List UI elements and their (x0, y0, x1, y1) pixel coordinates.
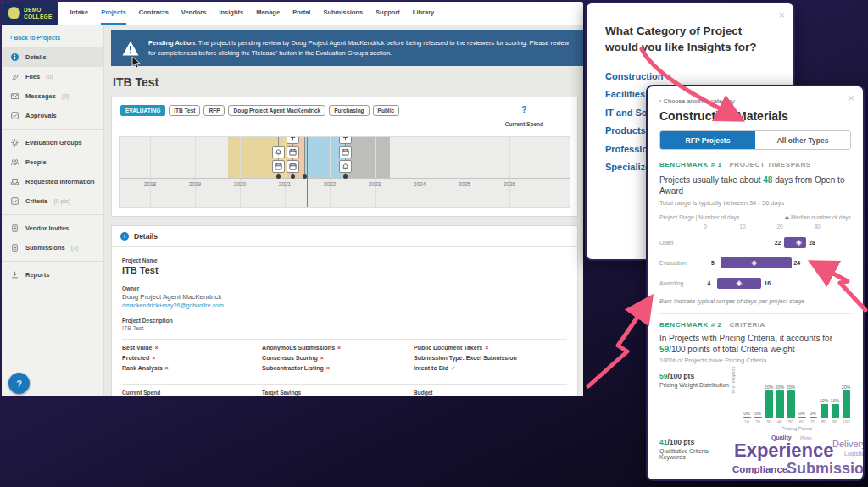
project-timeline-chart[interactable]: 201820192020202120222023202420252026 (119, 136, 570, 208)
range-row-area: 2228◈ (702, 237, 851, 248)
description-value: ITB Test (122, 325, 567, 331)
current-spend-label: Current Spend (505, 121, 543, 127)
category-title: Construction Materials (659, 109, 851, 123)
sidebar-item-vendor-invites[interactable]: Vendor Invites (2, 219, 103, 238)
timeline-gridline (195, 137, 196, 207)
help-question-icon[interactable]: ? (505, 105, 543, 114)
insights-modal-title: What Category of Project would you like … (605, 24, 775, 56)
checksq-icon (10, 111, 19, 120)
timeline-band-award-phase (347, 137, 390, 178)
range-start-value: 5 (711, 260, 715, 266)
benchmark1-headline: Projects usually take about 48 days from… (659, 174, 851, 196)
nav-item-contracts[interactable]: Contracts (139, 2, 169, 25)
arrow-to-benchmark (588, 302, 648, 386)
timeline-year-label: 2021 (274, 181, 296, 187)
nav-item-projects[interactable]: Projects (101, 2, 126, 25)
bar-value-label: 20% (776, 385, 785, 390)
bar (765, 390, 773, 418)
back-to-projects-link[interactable]: ‹ Back to Projects (2, 30, 103, 47)
nav-item-insights[interactable]: Insights (219, 2, 243, 25)
bar-column: 0% (754, 368, 762, 418)
bell-icon[interactable] (272, 146, 285, 158)
calendar-icon[interactable] (287, 146, 299, 158)
sidebar-item-criteria[interactable]: Criteria(0 pts) (2, 191, 103, 211)
bar-tick-label: 70 (809, 419, 817, 424)
x-mark-icon: × (320, 355, 324, 361)
timeline-milestone[interactable] (339, 137, 351, 178)
timeline-gridline (150, 137, 151, 207)
timeline-milestone[interactable] (299, 137, 311, 178)
sidebar-item-details[interactable]: Details (2, 47, 103, 67)
x-mark-icon: × (485, 345, 488, 351)
bell-icon[interactable] (339, 160, 352, 173)
nav-item-vendors[interactable]: Vendors (181, 2, 207, 25)
median-legend-label: Median number of days (791, 214, 851, 220)
nav-item-support[interactable]: Support (376, 2, 400, 25)
range-end-value: 24 (794, 260, 801, 266)
close-icon[interactable]: × (778, 9, 785, 20)
calendar-icon[interactable] (287, 160, 299, 173)
bar-tick-label: 60 (798, 419, 806, 424)
sidebar-item-requested-information[interactable]: Requested Information (2, 172, 103, 191)
timeline-milestone[interactable] (287, 137, 298, 178)
app-window: DEMOCOLLEGE IntakeProjectsContractsVendo… (2, 2, 583, 396)
app-logo[interactable]: DEMOCOLLEGE (2, 2, 58, 25)
sidebar-item-label: Files (25, 73, 40, 80)
nav-item-portal[interactable]: Portal (292, 2, 310, 25)
main-nav: IntakeProjectsContractsVendorsInsightsMa… (58, 2, 435, 25)
range-row-evaluation: Evaluation524◈ (659, 252, 851, 273)
category-link-construction[interactable]: Construction › (605, 71, 775, 81)
top-nav: DEMOCOLLEGE IntakeProjectsContractsVendo… (2, 2, 583, 25)
owner-email-link[interactable]: dmackendrick+may26@gobonfire.com (122, 302, 567, 308)
range-end-value: 16 (764, 280, 771, 286)
close-icon[interactable]: × (848, 92, 854, 103)
range-chart-ticks: 0102030 (705, 224, 851, 232)
sidebar-item-reports[interactable]: Reports (2, 265, 103, 285)
bar-chart-xlabel: Pricing Points (743, 426, 851, 431)
keyword-experience: Experience (734, 441, 833, 460)
nav-item-library[interactable]: Library (413, 2, 434, 25)
detail-flag: Rank Analysis× (122, 365, 252, 371)
bar-tick-label: 80 (820, 419, 828, 424)
pricing-distribution-label: Pricing Weight Distribution (659, 382, 732, 388)
x-mark-icon: × (337, 345, 341, 351)
sidebar-item-people[interactable]: People (2, 152, 103, 172)
x-mark-icon: × (154, 345, 158, 351)
sidebar-item-submissions[interactable]: Submissions(3) (2, 238, 103, 257)
timeline-year-label: 2022 (319, 181, 341, 187)
sidebar-item-messages[interactable]: Messages(0) (2, 86, 103, 106)
choose-another-category-link[interactable]: ‹ Choose another category (659, 97, 851, 105)
toggle-rfp-projects[interactable]: RFP Projects (660, 131, 755, 149)
checksq-icon (10, 196, 19, 206)
help-button[interactable]: ? (8, 373, 30, 394)
timeline-milestone[interactable] (272, 137, 284, 178)
cut-icon[interactable] (287, 136, 299, 144)
sidebar-item-files[interactable]: Files(0) (2, 67, 103, 86)
nav-item-submissions[interactable]: Submissions (323, 2, 363, 25)
banner-text: Pending Action: The project is pending r… (148, 38, 569, 58)
pricing-distribution-chart: % of Projects 0%0%20%20%20%0%0%10%10%20%… (732, 368, 851, 433)
owner-label: Owner (122, 285, 567, 291)
sidebar-item-approvals[interactable]: Approvals (2, 106, 103, 125)
timeline-year-label: 2025 (453, 181, 476, 187)
benchmark2-sub-note: 100% of Projects have Pricing Criteria (659, 357, 851, 364)
cut-icon[interactable] (339, 136, 352, 144)
nav-item-intake[interactable]: Intake (70, 2, 89, 25)
chevron-right-icon: › (665, 72, 670, 81)
calendar-icon[interactable] (272, 160, 285, 173)
sidebar-item-count: (0) (46, 74, 53, 80)
flags-column: Public Document Takers×Submission Type: … (414, 345, 567, 376)
timeline-gridline (509, 137, 510, 207)
nav-item-manage[interactable]: Manage (256, 2, 280, 25)
range-chart: Open2228◈Evaluation524◈Awarding416◈ (659, 232, 851, 293)
range-end-value: 28 (809, 240, 815, 246)
bar-column: 0% (798, 368, 806, 418)
toggle-all-other-types[interactable]: All other Types (755, 131, 850, 149)
keyword-cloud: QualityPlanExperienceDeliveryLogisticsCo… (732, 434, 851, 477)
calendar-icon[interactable] (339, 146, 352, 158)
x-mark-icon: × (152, 355, 155, 361)
summary-item: Current Spend- (122, 390, 252, 396)
timeline-year-label: 2018 (139, 181, 161, 187)
people-icon (10, 158, 19, 167)
sidebar-item-evaluation-groups[interactable]: Evaluation Groups (2, 133, 103, 152)
